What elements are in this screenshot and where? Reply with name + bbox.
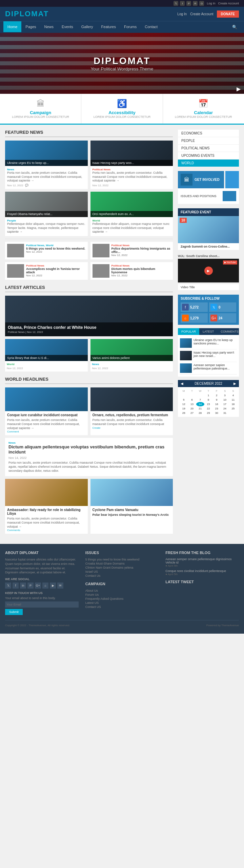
cal-day-21[interactable]: 21 [196,406,204,411]
cal-day-16[interactable]: 16 [212,402,221,406]
cal-day-2[interactable]: 2 [212,393,221,398]
get-involved-btn[interactable]: 🏛 GET INVOLVED [178,171,224,188]
footer-issue-link-1[interactable]: 5 things you need to know this weekend [85,557,159,562]
wh-bottom-card-2[interactable]: Cyclone Pam slams Vanuatu Polar bear inj… [90,479,173,534]
wh-readmore-2[interactable]: Create [93,426,171,429]
fresh-item-2[interactable]: Conque nore civolitat incididunt pellent… [165,569,239,576]
cal-day-3[interactable]: 3 [221,393,229,398]
footer-pinterest-icon[interactable]: P [27,583,34,589]
cal-day-10[interactable]: 10 [221,398,229,402]
calendar-next[interactable]: ▶ [233,382,236,385]
footer-issue-link-2[interactable]: Croatia Must-Share Domains [85,562,159,566]
cal-day-27[interactable]: 27 [188,411,196,415]
cal-day-29[interactable]: 29 [204,411,212,415]
nav-item-contact[interactable]: Contact [141,21,162,33]
search-button[interactable]: 🔍 [229,21,241,33]
nav-link-home[interactable]: Home [3,21,21,32]
footer-twitter-icon[interactable]: 𝕏 [5,583,11,589]
facebook-count[interactable]: f 5,272 [181,302,208,312]
article-card-2[interactable]: Varius animi dolores pellent News Nov 12… [90,339,173,372]
twitter-count[interactable]: 𝕏 0 [209,302,236,312]
nav-item-events[interactable]: Events [58,21,77,33]
footer-issue-link-3[interactable]: Clinton Nam Grant Domains yelena [85,566,159,570]
feature-calendar[interactable]: 📅 Calendar LOREM IPSUM DOLOR CONSECTETUR [163,94,244,124]
nav-item-news[interactable]: News [40,21,58,33]
nav-link-contact[interactable]: Contact [141,21,162,32]
article-hero-card[interactable]: Obama, Prince Charles confer at White Ho… [5,296,173,336]
rss-count[interactable]: ⌂ 1,279 [181,313,208,323]
sidebar-upcoming-events[interactable]: UPCOMING EVENTS [178,152,239,160]
sidebar-political-news[interactable]: POLITICAL NEWS [178,145,239,152]
tab-news-item-3[interactable]: Aenean semper sapien pellentesque palest… [180,362,237,375]
cal-day-30[interactable]: 30 [212,411,221,415]
rss-icon-top[interactable]: R [193,1,198,6]
small-news-card-4[interactable]: Political News Dictum mortes quis bibend… [90,262,173,280]
nav-link-pages[interactable]: Pages [21,21,40,32]
footer-campaign-link-5[interactable]: Contact US [85,605,159,609]
footer-campaign-link-1[interactable]: About Us [85,589,159,593]
header-create[interactable]: Create Account [190,12,213,16]
cal-day-12[interactable]: 12 [180,402,188,406]
wh-featured-article[interactable]: News Dictum aliquam pellentesque volupta… [5,438,173,476]
footer-email-input[interactable] [5,601,79,608]
nav-item-pages[interactable]: Pages [21,21,40,33]
tab-comments[interactable]: COMMENTS [217,328,242,335]
wh-card-1[interactable]: Conque iure curabitur incididunt consequ… [5,387,88,435]
feature-campaign[interactable]: 🏛 Campaign LOREM IPSUM DOLOR CONSECTETUR [0,94,81,124]
create-account-link[interactable]: Create Account [218,2,239,5]
login-link[interactable]: Log In [207,2,215,5]
cal-day-17[interactable]: 17 [221,402,229,406]
featured-news-card-2[interactable]: Isaac Herzog says party woo... Political… [90,141,173,189]
tab-news-item-1[interactable]: Ukraine urges EU to keep up sanctions pr… [180,337,237,350]
wh-bottom-tag-1[interactable]: Comments [7,529,86,532]
wh-readmore-1[interactable]: Comment [7,430,86,433]
tab-news-item-2[interactable]: Isaac Herzog says party won't join new I… [180,350,237,362]
article-card-1[interactable]: Syria library that down U.S di... World … [5,339,88,372]
cal-day-22[interactable]: 22 [204,406,212,411]
footer-facebook-icon[interactable]: f [13,583,19,589]
pinterest-icon-top[interactable]: P [186,1,191,6]
cal-day-7[interactable]: 7 [196,398,204,402]
gplus-count[interactable]: G+ 24 [209,313,236,323]
featured-news-card-4[interactable]: Orci reprehenderit eum ex. A... World Pe… [90,192,173,236]
cal-day-1[interactable]: 1 [204,393,212,398]
cal-day-8[interactable]: 8 [204,398,212,402]
footer-linkedin-icon[interactable]: in [20,583,26,589]
cal-day-14[interactable]: 14 [196,402,204,406]
footer-email-icon[interactable]: ✉ [57,583,63,589]
nav-item-gallery[interactable]: Gallery [77,21,97,33]
small-news-card-2[interactable]: Political News Police departments hiring… [90,242,173,259]
sidebar-world[interactable]: WORLD [178,160,239,167]
small-news-card-1[interactable]: Political News, World 5 things you need … [5,242,88,259]
footer-submit-button[interactable]: Submit [5,609,23,615]
hero-arrow-icon[interactable]: ▶ [237,86,241,92]
nav-item-home[interactable]: Home [3,21,21,33]
facebook-icon-top[interactable]: f [180,1,185,6]
cal-day-13[interactable]: 13 [188,402,196,406]
calendar-prev[interactable]: ◀ [181,382,183,385]
cal-day-31[interactable]: 31 [221,411,229,415]
issues-positions[interactable]: ISSUES AND POSITIONS [178,188,239,204]
nav-item-forums[interactable]: Forums [120,21,141,33]
cal-day-4[interactable]: 4 [229,393,237,398]
tab-latest[interactable]: LATEST [199,328,217,335]
cal-day-9[interactable]: 9 [212,398,221,402]
footer-campaign-link-4[interactable]: Latest US [85,601,159,605]
small-news-card-3[interactable]: Political News Accomplices sought in Tun… [5,262,88,280]
cal-day-11[interactable]: 11 [229,398,237,402]
nav-link-gallery[interactable]: Gallery [77,21,97,32]
cal-day-26[interactable]: 26 [180,411,188,415]
donate-button[interactable]: DONATE [217,10,239,18]
cal-day-15[interactable]: 15 [204,402,212,406]
footer-campaign-link-3[interactable]: Frequently Asked Questions [85,597,159,601]
footer-gplus-icon[interactable]: G+ [35,583,41,589]
nav-link-events[interactable]: Events [58,21,77,32]
footer-issue-link-4[interactable]: Israel US [85,570,159,574]
footer-campaign-link-2[interactable]: Forum Us [85,593,159,597]
footer-issue-link-5[interactable]: Contact Us [85,574,159,578]
cal-day-5[interactable]: 5 [180,398,188,402]
nav-item-features[interactable]: Features [97,21,120,33]
featured-news-card-3[interactable]: Frayed Obama-Netanyahu relat... People P… [5,192,88,236]
site-logo[interactable]: DIPLOMAT [5,9,49,18]
cal-day-24[interactable]: 24 [221,406,229,411]
